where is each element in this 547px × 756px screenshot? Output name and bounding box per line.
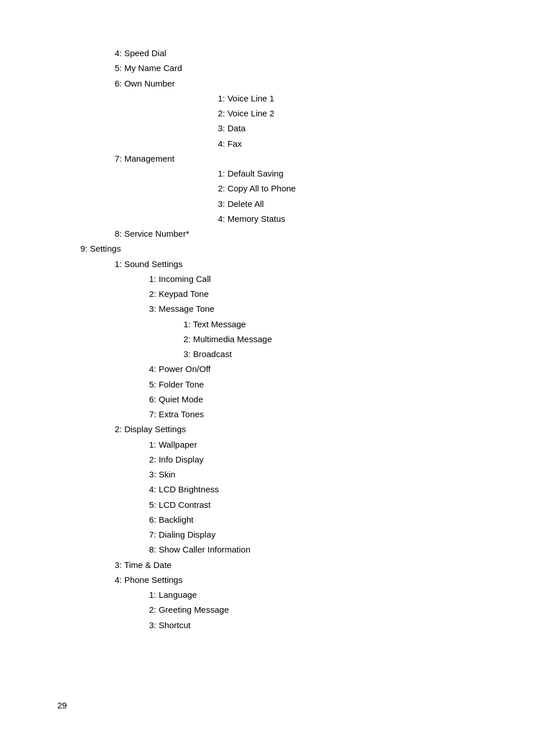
list-item: 3: Broadcast [183, 347, 490, 362]
list-item: 2: Copy All to Phone [218, 181, 490, 196]
list-item: 1: Default Saving [218, 166, 490, 181]
list-item: 4: Phone Settings 1: Language 2: Greetin… [115, 573, 490, 633]
list-item: 2: Info Display [149, 452, 490, 467]
page-number: 29 [57, 700, 67, 710]
list-item: 5: LCD Contrast [149, 498, 490, 512]
list-item: 4: Memory Status [218, 211, 490, 226]
list-item: 2: Greeting Message [149, 602, 490, 617]
menu-level1: 4: Speed Dial 5: My Name Card 6: Own Num… [115, 46, 490, 241]
list-item: 1: Sound Settings 1: Incoming Call 2: Ke… [115, 257, 490, 422]
list-item: 1: Text Message [183, 317, 490, 332]
list-item: 1: Incoming Call [149, 272, 490, 287]
list-item: 5: My Name Card [115, 61, 490, 76]
list-item: 3: Shortcut [149, 618, 490, 633]
list-item: 4: Power On/Off [149, 362, 490, 377]
list-item: 3: Delete All [218, 197, 490, 211]
menu-level1: 1: Sound Settings 1: Incoming Call 2: Ke… [115, 257, 490, 633]
list-item: 2: Multimedia Message [183, 332, 490, 347]
list-item: 4: Speed Dial [115, 46, 490, 61]
list-item: 7: Management 1: Default Saving 2: Copy … [115, 151, 490, 226]
menu-level0: 9: Settings 1: Sound Settings 1: Incomin… [80, 241, 490, 633]
list-item: 3: Time & Date [115, 558, 490, 573]
list-item: 3: Message Tone 1: Text Message 2: Multi… [149, 301, 490, 362]
list-item: 6: Quiet Mode [149, 392, 490, 407]
list-item: 2: Voice Line 2 [218, 106, 490, 121]
list-item: 1: Voice Line 1 [218, 91, 490, 106]
list-item: 7: Dialing Display [149, 527, 490, 542]
menu-level2: 1: Default Saving 2: Copy All to Phone 3… [218, 166, 490, 226]
page-content: 4: Speed Dial 5: My Name Card 6: Own Num… [0, 0, 547, 679]
menu-level2: 1: Language 2: Greeting Message 3: Short… [149, 587, 490, 633]
menu-level3: 1: Text Message 2: Multimedia Message 3:… [183, 317, 490, 362]
list-item: 5: Folder Tone [149, 377, 490, 392]
menu-level2: 1: Incoming Call 2: Keypad Tone 3: Messa… [149, 272, 490, 422]
list-item: 1: Wallpaper [149, 437, 490, 452]
list-item: 6: Backlight [149, 512, 490, 527]
list-item: 6: Own Number 1: Voice Line 1 2: Voice L… [115, 76, 490, 151]
list-item: 3: Skin [149, 467, 490, 482]
list-item: 2: Keypad Tone [149, 287, 490, 301]
menu-level2: 1: Wallpaper 2: Info Display 3: Skin 4: … [149, 437, 490, 558]
list-item: 7: Extra Tones [149, 407, 490, 422]
list-item: 4: Fax [218, 136, 490, 151]
list-item: 2: Display Settings 1: Wallpaper 2: Info… [115, 422, 490, 557]
menu-level2: 1: Voice Line 1 2: Voice Line 2 3: Data … [218, 91, 490, 151]
list-item: 4: LCD Brightness [149, 482, 490, 497]
list-item: 1: Language [149, 587, 490, 602]
list-item: 3: Data [218, 121, 490, 136]
list-item: 8: Service Number* [115, 226, 490, 241]
list-item: 9: Settings 1: Sound Settings 1: Incomin… [80, 241, 490, 633]
list-item: 8: Show Caller Information [149, 542, 490, 557]
